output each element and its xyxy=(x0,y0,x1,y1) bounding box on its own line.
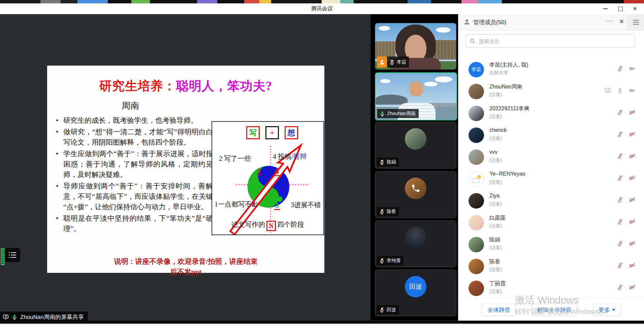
quadrant-label-3: 3进展不错 xyxy=(291,201,321,210)
mute-all-button[interactable]: 全体静音 xyxy=(482,304,516,316)
panel-close-button[interactable]: ✕ xyxy=(619,18,624,25)
search-input[interactable] xyxy=(478,38,631,44)
title-bar: 腾讯会议 ✕ xyxy=(0,3,644,14)
window-title: 腾讯会议 xyxy=(0,5,644,12)
camera-off-icon[interactable] xyxy=(629,218,636,225)
host-person-icon xyxy=(379,59,385,65)
camera-off-icon[interactable] xyxy=(629,131,636,138)
camera-off-icon[interactable] xyxy=(629,262,636,269)
minimize-button[interactable] xyxy=(600,4,610,13)
tile-name-bar: 陈香 xyxy=(377,207,399,216)
more-actions-button[interactable]: 更多 xyxy=(593,304,621,316)
tile-name-bar: 陈娟 xyxy=(377,157,399,167)
member-row[interactable]: 丁丽霞 (访客) xyxy=(458,278,644,300)
mic-muted-icon[interactable] xyxy=(617,65,623,72)
camera-on-icon[interactable] xyxy=(629,87,636,94)
member-name: 2022292111李爽 xyxy=(489,105,529,112)
mic-muted-icon[interactable] xyxy=(617,153,623,159)
mic-muted-icon[interactable] xyxy=(617,240,623,247)
taskbar-edge-strip xyxy=(0,324,644,325)
tile-name-bar: 李纯青 xyxy=(377,256,404,265)
member-subtitle: (访客) xyxy=(489,201,502,207)
camera-off-icon[interactable] xyxy=(629,109,636,116)
slide-bullet: 导师应做到两个“善于”：善于安排时间，善解人意，不可“居高临下”，而应该体贴学生… xyxy=(53,181,220,212)
member-management-panel: 管理成员(50) ··· ✕ 李苗 李苗(主持人, 我) 吉林大学 ZhouNa… xyxy=(458,14,644,321)
member-row[interactable]: 李苗 李苗(主持人, 我) 吉林大学 xyxy=(458,59,644,81)
slide-bullet: 聪明是在平淡中坚持的结果，下“笨功夫”是“硬道理”。 xyxy=(53,213,220,234)
unmute-all-button[interactable]: 解除全体静音 xyxy=(532,304,577,316)
member-row[interactable]: 陈娟 (访客) xyxy=(458,234,644,256)
screen-share-icon xyxy=(3,314,9,320)
mic-muted-icon xyxy=(389,59,395,65)
avatar: 田波 xyxy=(405,276,426,297)
tile-name: 李纯青 xyxy=(387,258,401,264)
video-tile-zhounan[interactable]: ZhouNan周南 xyxy=(375,72,457,120)
avatar: 李苗 xyxy=(469,62,484,77)
panel-more-button[interactable]: ··· xyxy=(606,17,613,25)
tile-name: 陈娟 xyxy=(387,159,396,165)
member-subtitle: (访客) xyxy=(489,157,502,164)
member-search-box[interactable] xyxy=(466,34,635,48)
member-subtitle: (访客) xyxy=(489,114,502,120)
video-tile-tianbo[interactable]: 田波 田波 xyxy=(375,269,456,316)
member-name: 陈娟 xyxy=(489,237,500,244)
sidebar-toggle-button[interactable] xyxy=(627,14,644,30)
member-list-toggle-button[interactable] xyxy=(5,248,20,262)
stage-boxes: 写 + 想 xyxy=(246,126,298,139)
search-icon xyxy=(470,38,476,44)
maximize-button[interactable] xyxy=(615,4,625,13)
slide-bullet: 做研究，“想”得一清二楚，才能“写”得明明白白，写论文，用阴阳图解释，包括四个阶… xyxy=(53,127,220,148)
member-row[interactable]: ZhouNan周南 (访客) xyxy=(458,81,644,103)
member-subtitle: (访客) xyxy=(489,136,502,142)
yinyang-blue-dot xyxy=(261,172,267,178)
mic-muted-icon[interactable] xyxy=(617,262,623,269)
diagram-caption: 论文写作的N四个阶段 xyxy=(212,220,323,231)
avatar xyxy=(469,259,484,274)
slide-title-red: 研究生培养： xyxy=(99,79,176,93)
avatar xyxy=(469,171,484,187)
close-button[interactable]: ✕ xyxy=(630,4,640,13)
member-row[interactable]: 陈香 (访客) xyxy=(458,256,644,278)
member-row[interactable]: 白露露 (访客) xyxy=(458,212,644,234)
camera-off-icon[interactable] xyxy=(629,153,636,159)
video-tile-lichunqing[interactable]: 李纯青 xyxy=(375,220,456,267)
mic-muted-icon[interactable] xyxy=(617,131,623,138)
member-row[interactable]: 2022292111李爽 (访客) xyxy=(458,103,644,125)
background-app-strip xyxy=(0,0,644,3)
stage-number-4: 4 xyxy=(275,166,279,176)
tile-name-bar: ZhouNan周南 xyxy=(377,109,419,118)
camera-off-icon[interactable] xyxy=(629,196,636,203)
audio-level-meter xyxy=(1,248,5,265)
camera-on-icon[interactable] xyxy=(629,65,636,72)
caption-n-box: N xyxy=(266,221,276,231)
camera-off-icon[interactable] xyxy=(629,240,636,247)
bottom-dark-strip xyxy=(0,321,644,324)
mic-muted-icon[interactable] xyxy=(617,109,623,116)
video-tile-chenjuan[interactable]: 陈娟 xyxy=(375,122,456,169)
mic-muted-icon[interactable] xyxy=(617,175,623,181)
slide-author: 周南 xyxy=(47,100,214,112)
mic-muted-icon[interactable] xyxy=(617,218,623,225)
mic-on-icon[interactable] xyxy=(617,87,623,94)
camera-off-icon[interactable] xyxy=(629,175,636,181)
stage-box-think: 想 xyxy=(285,126,298,139)
slide-bullet: 研究生的成长，既考验学生，也考验导师。 xyxy=(53,115,220,126)
panel-footer: 全体静音 解除全体静音 更多 xyxy=(458,298,644,321)
member-row[interactable]: Ye--RENYeyao (访客) xyxy=(458,169,644,190)
member-row[interactable]: Ziya (访客) xyxy=(458,190,644,212)
member-name: vvv xyxy=(489,149,497,155)
video-tile-chenxiang[interactable]: 陈香 xyxy=(375,171,456,218)
member-row[interactable]: chencb (访客) xyxy=(458,125,644,147)
presentation-slide: 研究生培养：聪明人，笨功夫? 周南 研究生的成长，既考验学生，也考验导师。 做研… xyxy=(47,66,324,273)
mic-muted-icon xyxy=(379,258,385,264)
mic-muted-icon xyxy=(379,209,385,215)
slide-bullet: 学生应做到两个“善于”：善于展示进展，适时报告困惑；善于沟通，了解导师的风格，定… xyxy=(53,149,220,180)
mic-muted-icon[interactable] xyxy=(617,284,623,291)
panel-title: 管理成员(50) xyxy=(473,19,506,26)
member-subtitle: 吉林大学 xyxy=(489,70,508,76)
video-tile-limiao[interactable]: 李苗 xyxy=(375,23,456,70)
member-row[interactable]: vvv (访客) xyxy=(458,147,644,169)
mic-muted-icon[interactable] xyxy=(617,196,623,203)
camera-off-icon[interactable] xyxy=(629,284,636,291)
stage-number-2: 2 xyxy=(257,167,261,177)
